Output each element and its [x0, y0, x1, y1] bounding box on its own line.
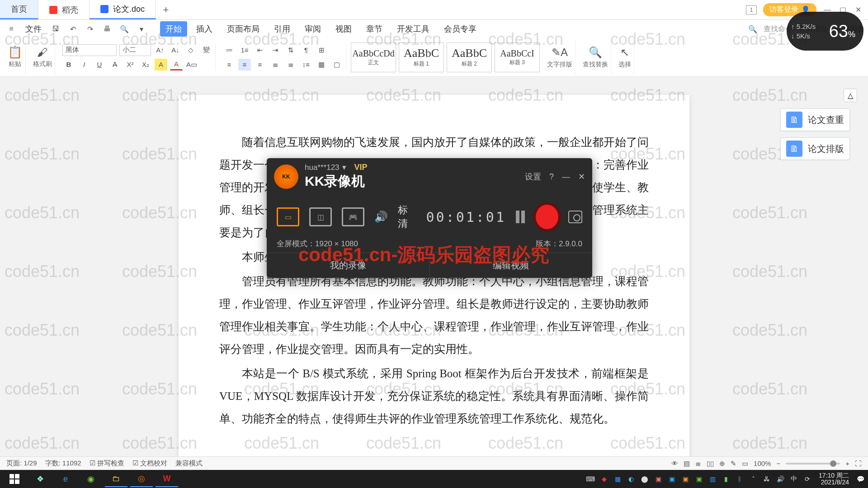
view-page-icon[interactable]: ▤	[684, 460, 690, 468]
hamburger-icon[interactable]: ≡	[4, 22, 19, 36]
task-app-2[interactable]: ◉	[80, 471, 102, 487]
indent-icon[interactable]: ⇥	[269, 44, 282, 56]
tool-typeset[interactable]: ✎A文字排版	[544, 40, 576, 75]
menutab-layout[interactable]: 页面布局	[222, 21, 265, 37]
recorder-min-icon[interactable]: —	[562, 172, 570, 182]
status-spell[interactable]: ☑ 拼写检查	[90, 459, 124, 468]
file-menu[interactable]: 文件	[21, 23, 46, 34]
rect-icon[interactable]: ▭	[742, 460, 748, 468]
close-icon[interactable]: ✕	[854, 5, 863, 14]
panel-toggle-icon[interactable]: △	[844, 89, 857, 102]
start-button[interactable]	[3, 471, 26, 487]
fullscreen-icon[interactable]: ⛶	[855, 460, 862, 467]
grow-font-icon[interactable]: A↑	[154, 44, 166, 56]
clear-format-icon[interactable]: ◇	[184, 44, 197, 56]
highlight-icon[interactable]: A	[155, 59, 167, 70]
view-outline-icon[interactable]: ≣	[695, 460, 701, 468]
tray-2-icon[interactable]: ▦	[613, 474, 623, 484]
style-h3[interactable]: AaBbCcI标题 3	[495, 42, 540, 72]
perf-monitor[interactable]: ↑ 5.2K/s ↓ 5K/s 63%	[787, 12, 863, 51]
style-h2[interactable]: AaBbC标题 2	[447, 42, 492, 72]
tabcount-icon[interactable]: 1	[746, 5, 757, 14]
screenshot-button[interactable]	[568, 211, 583, 223]
style-normal[interactable]: AaBbCcDd正文	[351, 42, 396, 72]
redo-icon[interactable]: ↷	[82, 22, 98, 36]
recorder-help-icon[interactable]: ?	[549, 172, 554, 182]
bullets-icon[interactable]: ≔	[223, 44, 236, 56]
linespace-icon[interactable]: ↕≡	[300, 59, 312, 70]
menutab-ref[interactable]: 引用	[269, 21, 296, 37]
tab-document[interactable]: 论文.doc	[90, 0, 156, 19]
save-icon[interactable]: 🖫	[48, 22, 63, 36]
preview-icon[interactable]: 🔍	[117, 22, 132, 36]
side-plagiarism[interactable]: 🗎论文查重	[780, 108, 850, 131]
sound-icon[interactable]: 🔊	[374, 211, 388, 223]
charborder-icon[interactable]: A▭	[185, 59, 198, 70]
recorder-close-icon[interactable]: ✕	[578, 172, 585, 182]
bold-icon[interactable]: B	[62, 59, 75, 70]
italic-icon[interactable]: I	[78, 59, 90, 70]
tray-keyboard-icon[interactable]: ⌨	[585, 474, 595, 484]
tool-select[interactable]: ↖选择	[616, 40, 634, 75]
tray-4-icon[interactable]: ⬤	[640, 474, 650, 484]
shading-icon[interactable]: ▦	[315, 59, 328, 70]
view-web-icon[interactable]: ⊕	[719, 460, 725, 468]
eye-icon[interactable]: 👁	[671, 460, 678, 467]
style-h1[interactable]: AaBbC标题 1	[399, 42, 444, 72]
tab-daoke[interactable]: 稻壳	[38, 0, 90, 19]
task-wps[interactable]: W	[156, 471, 178, 487]
task-app-1[interactable]: ❖	[29, 471, 52, 487]
undo-icon[interactable]: ↶	[65, 22, 80, 36]
sort-icon[interactable]: ⇅	[284, 44, 297, 56]
menutab-insert[interactable]: 插入	[191, 21, 218, 37]
zoom-slider[interactable]	[786, 463, 840, 465]
underline-icon[interactable]: U	[93, 59, 106, 70]
zoom-in-icon[interactable]: +	[845, 460, 849, 467]
mode-fullscreen-icon[interactable]: ▭	[277, 207, 299, 226]
shrink-font-icon[interactable]: A↓	[169, 44, 182, 56]
zoom-out-icon[interactable]: −	[776, 460, 780, 467]
task-ie[interactable]: e	[54, 471, 77, 487]
tray-ime-icon[interactable]: 中	[789, 474, 799, 484]
brush-icon[interactable]: 🖌	[36, 47, 49, 58]
dropdown-icon[interactable]: ▾	[134, 22, 149, 36]
numbers-icon[interactable]: 1≡	[238, 44, 251, 56]
tool-findrep[interactable]: 🔍查找替换	[580, 40, 611, 75]
paste-icon[interactable]: 📋	[7, 47, 23, 58]
marks-icon[interactable]: ¶	[300, 44, 312, 56]
view-read-icon[interactable]: ▯▯	[707, 460, 714, 468]
print-icon[interactable]: 🖶	[99, 22, 115, 36]
outdent-icon[interactable]: ⇤	[254, 44, 266, 56]
quality-label[interactable]: 标清	[398, 203, 416, 230]
align-right-icon[interactable]: ≡	[254, 59, 266, 70]
strike-icon[interactable]: A̶	[108, 59, 121, 70]
tray-1-icon[interactable]: ◆	[599, 474, 609, 484]
record-button[interactable]	[536, 205, 558, 229]
mode-region-icon[interactable]: ◫	[309, 207, 332, 226]
align-justify-icon[interactable]: ≣	[269, 59, 282, 70]
mode-game-icon[interactable]: 🎮	[342, 207, 364, 226]
recorder-user[interactable]: hua***123 ▾ VIP	[305, 163, 368, 172]
task-recorder[interactable]: ◎	[130, 471, 153, 487]
sub-icon[interactable]: X₂	[139, 59, 152, 70]
menutab-dev[interactable]: 开发工具	[392, 21, 435, 37]
menutab-vip[interactable]: 会员专享	[439, 21, 482, 37]
pause-button[interactable]	[516, 211, 526, 223]
borders-icon[interactable]: ▢	[330, 59, 343, 70]
tray-5-icon[interactable]: ▣	[653, 474, 663, 484]
status-proof[interactable]: ☑ 文档校对	[132, 459, 167, 468]
search-icon[interactable]: 🔍	[748, 25, 757, 33]
tray-8-icon[interactable]: ▣	[694, 474, 704, 484]
phonetic-icon[interactable]: 變	[200, 44, 212, 56]
menutab-chapter[interactable]: 章节	[361, 21, 388, 37]
super-icon[interactable]: X²	[124, 59, 137, 70]
tray-6-icon[interactable]: ▣	[667, 474, 677, 484]
tray-battery-icon[interactable]: ▮	[721, 474, 731, 484]
page[interactable]: 随着信息互联网购物的飞速发展，国内放开了自媒体的政策，一般企业都开始了问题开发一…	[179, 95, 689, 470]
align-center-icon[interactable]: ≡	[238, 59, 251, 70]
tray-3-icon[interactable]: ◐	[626, 474, 636, 484]
align-dist-icon[interactable]: ≣	[284, 59, 297, 70]
fontcolor-icon[interactable]: A	[170, 59, 183, 70]
tray-sync-icon[interactable]: ⟳	[802, 474, 812, 484]
pen-icon[interactable]: ✎	[731, 460, 736, 468]
